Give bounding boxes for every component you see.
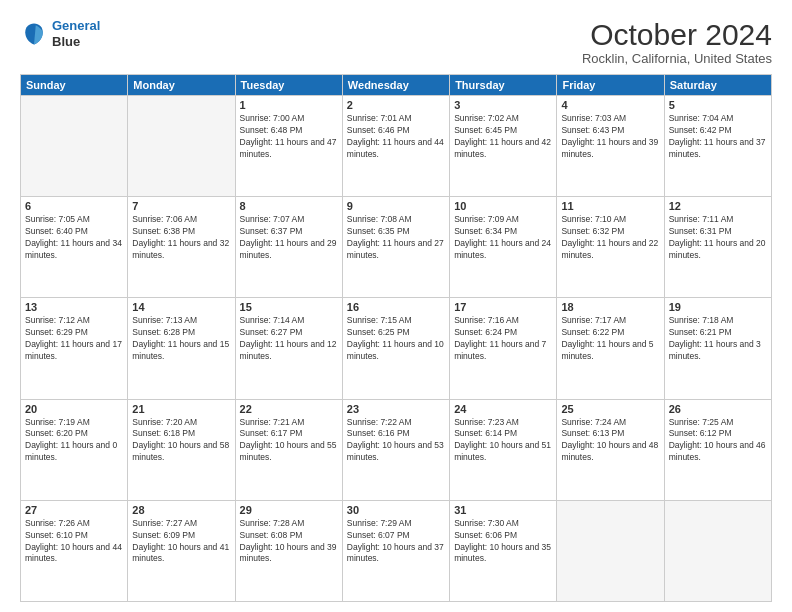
- day-cell-26: 26Sunrise: 7:25 AMSunset: 6:12 PMDayligh…: [664, 399, 771, 500]
- day-info: Sunrise: 7:15 AMSunset: 6:25 PMDaylight:…: [347, 315, 445, 363]
- day-cell-23: 23Sunrise: 7:22 AMSunset: 6:16 PMDayligh…: [342, 399, 449, 500]
- day-info: Sunrise: 7:12 AMSunset: 6:29 PMDaylight:…: [25, 315, 123, 363]
- day-number: 22: [240, 403, 338, 415]
- day-info: Sunrise: 7:09 AMSunset: 6:34 PMDaylight:…: [454, 214, 552, 262]
- day-info: Sunrise: 7:14 AMSunset: 6:27 PMDaylight:…: [240, 315, 338, 363]
- day-cell-27: 27Sunrise: 7:26 AMSunset: 6:10 PMDayligh…: [21, 500, 128, 601]
- day-number: 1: [240, 99, 338, 111]
- day-number: 5: [669, 99, 767, 111]
- day-number: 10: [454, 200, 552, 212]
- weekday-header-saturday: Saturday: [664, 75, 771, 96]
- day-cell-22: 22Sunrise: 7:21 AMSunset: 6:17 PMDayligh…: [235, 399, 342, 500]
- day-cell-14: 14Sunrise: 7:13 AMSunset: 6:28 PMDayligh…: [128, 298, 235, 399]
- day-info: Sunrise: 7:29 AMSunset: 6:07 PMDaylight:…: [347, 518, 445, 566]
- day-number: 6: [25, 200, 123, 212]
- day-number: 3: [454, 99, 552, 111]
- empty-cell: [557, 500, 664, 601]
- day-number: 11: [561, 200, 659, 212]
- day-number: 25: [561, 403, 659, 415]
- week-row-5: 27Sunrise: 7:26 AMSunset: 6:10 PMDayligh…: [21, 500, 772, 601]
- day-number: 8: [240, 200, 338, 212]
- day-cell-18: 18Sunrise: 7:17 AMSunset: 6:22 PMDayligh…: [557, 298, 664, 399]
- day-number: 20: [25, 403, 123, 415]
- weekday-header-wednesday: Wednesday: [342, 75, 449, 96]
- day-cell-15: 15Sunrise: 7:14 AMSunset: 6:27 PMDayligh…: [235, 298, 342, 399]
- day-number: 17: [454, 301, 552, 313]
- day-number: 27: [25, 504, 123, 516]
- day-number: 19: [669, 301, 767, 313]
- day-number: 14: [132, 301, 230, 313]
- day-info: Sunrise: 7:10 AMSunset: 6:32 PMDaylight:…: [561, 214, 659, 262]
- day-number: 29: [240, 504, 338, 516]
- day-number: 24: [454, 403, 552, 415]
- day-number: 13: [25, 301, 123, 313]
- empty-cell: [128, 96, 235, 197]
- day-info: Sunrise: 7:25 AMSunset: 6:12 PMDaylight:…: [669, 417, 767, 465]
- page: General Blue October 2024 Rocklin, Calif…: [0, 0, 792, 612]
- day-cell-1: 1Sunrise: 7:00 AMSunset: 6:48 PMDaylight…: [235, 96, 342, 197]
- day-cell-16: 16Sunrise: 7:15 AMSunset: 6:25 PMDayligh…: [342, 298, 449, 399]
- day-info: Sunrise: 7:02 AMSunset: 6:45 PMDaylight:…: [454, 113, 552, 161]
- logo-icon: [20, 20, 48, 48]
- week-row-4: 20Sunrise: 7:19 AMSunset: 6:20 PMDayligh…: [21, 399, 772, 500]
- day-info: Sunrise: 7:17 AMSunset: 6:22 PMDaylight:…: [561, 315, 659, 363]
- weekday-header-sunday: Sunday: [21, 75, 128, 96]
- day-info: Sunrise: 7:30 AMSunset: 6:06 PMDaylight:…: [454, 518, 552, 566]
- week-row-2: 6Sunrise: 7:05 AMSunset: 6:40 PMDaylight…: [21, 197, 772, 298]
- day-info: Sunrise: 7:04 AMSunset: 6:42 PMDaylight:…: [669, 113, 767, 161]
- day-cell-3: 3Sunrise: 7:02 AMSunset: 6:45 PMDaylight…: [450, 96, 557, 197]
- day-info: Sunrise: 7:03 AMSunset: 6:43 PMDaylight:…: [561, 113, 659, 161]
- day-number: 9: [347, 200, 445, 212]
- day-info: Sunrise: 7:24 AMSunset: 6:13 PMDaylight:…: [561, 417, 659, 465]
- day-info: Sunrise: 7:01 AMSunset: 6:46 PMDaylight:…: [347, 113, 445, 161]
- day-cell-8: 8Sunrise: 7:07 AMSunset: 6:37 PMDaylight…: [235, 197, 342, 298]
- day-cell-30: 30Sunrise: 7:29 AMSunset: 6:07 PMDayligh…: [342, 500, 449, 601]
- day-cell-24: 24Sunrise: 7:23 AMSunset: 6:14 PMDayligh…: [450, 399, 557, 500]
- day-info: Sunrise: 7:28 AMSunset: 6:08 PMDaylight:…: [240, 518, 338, 566]
- day-number: 28: [132, 504, 230, 516]
- day-cell-5: 5Sunrise: 7:04 AMSunset: 6:42 PMDaylight…: [664, 96, 771, 197]
- day-info: Sunrise: 7:07 AMSunset: 6:37 PMDaylight:…: [240, 214, 338, 262]
- day-number: 26: [669, 403, 767, 415]
- day-info: Sunrise: 7:27 AMSunset: 6:09 PMDaylight:…: [132, 518, 230, 566]
- day-number: 4: [561, 99, 659, 111]
- weekday-header-monday: Monday: [128, 75, 235, 96]
- title-block: October 2024 Rocklin, California, United…: [582, 18, 772, 66]
- day-info: Sunrise: 7:13 AMSunset: 6:28 PMDaylight:…: [132, 315, 230, 363]
- day-cell-21: 21Sunrise: 7:20 AMSunset: 6:18 PMDayligh…: [128, 399, 235, 500]
- day-number: 21: [132, 403, 230, 415]
- day-cell-7: 7Sunrise: 7:06 AMSunset: 6:38 PMDaylight…: [128, 197, 235, 298]
- day-cell-10: 10Sunrise: 7:09 AMSunset: 6:34 PMDayligh…: [450, 197, 557, 298]
- day-number: 18: [561, 301, 659, 313]
- day-number: 12: [669, 200, 767, 212]
- day-info: Sunrise: 7:08 AMSunset: 6:35 PMDaylight:…: [347, 214, 445, 262]
- day-cell-20: 20Sunrise: 7:19 AMSunset: 6:20 PMDayligh…: [21, 399, 128, 500]
- logo-text: General Blue: [52, 18, 100, 49]
- day-cell-28: 28Sunrise: 7:27 AMSunset: 6:09 PMDayligh…: [128, 500, 235, 601]
- day-number: 15: [240, 301, 338, 313]
- day-info: Sunrise: 7:21 AMSunset: 6:17 PMDaylight:…: [240, 417, 338, 465]
- day-cell-11: 11Sunrise: 7:10 AMSunset: 6:32 PMDayligh…: [557, 197, 664, 298]
- empty-cell: [664, 500, 771, 601]
- day-number: 31: [454, 504, 552, 516]
- weekday-header-row: SundayMondayTuesdayWednesdayThursdayFrid…: [21, 75, 772, 96]
- weekday-header-thursday: Thursday: [450, 75, 557, 96]
- day-cell-13: 13Sunrise: 7:12 AMSunset: 6:29 PMDayligh…: [21, 298, 128, 399]
- day-info: Sunrise: 7:20 AMSunset: 6:18 PMDaylight:…: [132, 417, 230, 465]
- day-info: Sunrise: 7:05 AMSunset: 6:40 PMDaylight:…: [25, 214, 123, 262]
- logo-general: General: [52, 18, 100, 33]
- day-cell-29: 29Sunrise: 7:28 AMSunset: 6:08 PMDayligh…: [235, 500, 342, 601]
- day-cell-9: 9Sunrise: 7:08 AMSunset: 6:35 PMDaylight…: [342, 197, 449, 298]
- day-cell-2: 2Sunrise: 7:01 AMSunset: 6:46 PMDaylight…: [342, 96, 449, 197]
- day-info: Sunrise: 7:19 AMSunset: 6:20 PMDaylight:…: [25, 417, 123, 465]
- day-number: 23: [347, 403, 445, 415]
- weekday-header-friday: Friday: [557, 75, 664, 96]
- day-info: Sunrise: 7:18 AMSunset: 6:21 PMDaylight:…: [669, 315, 767, 363]
- day-info: Sunrise: 7:16 AMSunset: 6:24 PMDaylight:…: [454, 315, 552, 363]
- day-cell-25: 25Sunrise: 7:24 AMSunset: 6:13 PMDayligh…: [557, 399, 664, 500]
- week-row-3: 13Sunrise: 7:12 AMSunset: 6:29 PMDayligh…: [21, 298, 772, 399]
- empty-cell: [21, 96, 128, 197]
- day-info: Sunrise: 7:00 AMSunset: 6:48 PMDaylight:…: [240, 113, 338, 161]
- day-cell-12: 12Sunrise: 7:11 AMSunset: 6:31 PMDayligh…: [664, 197, 771, 298]
- day-info: Sunrise: 7:11 AMSunset: 6:31 PMDaylight:…: [669, 214, 767, 262]
